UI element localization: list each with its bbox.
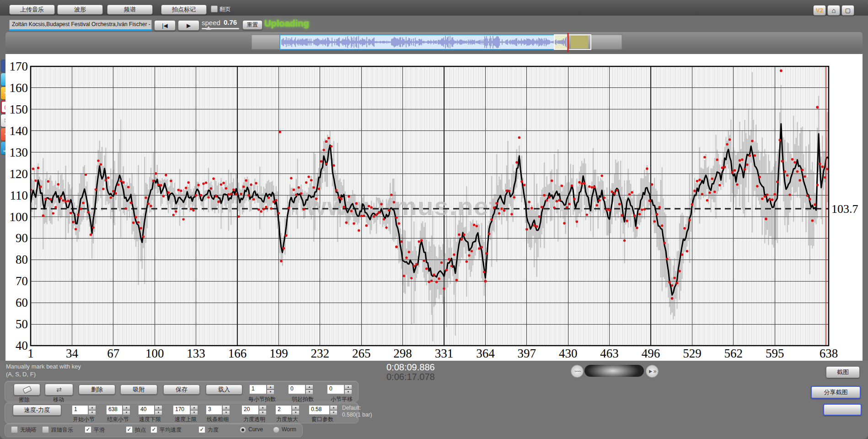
mark-beat-hint-line1: Manually mark beat with key <box>6 363 81 370</box>
bar-shift-input[interactable]: 0 <box>327 385 344 394</box>
svg-text:133: 133 <box>187 347 205 360</box>
waveform-button[interactable]: 波形 <box>57 5 103 15</box>
dynamics-label: 力度 <box>208 426 219 434</box>
curve-radio[interactable] <box>240 427 246 433</box>
svg-text:562: 562 <box>724 347 743 360</box>
follow-music-checkbox[interactable] <box>42 426 49 433</box>
tempo-dynamics-button[interactable]: 速度-力度 <box>13 405 61 416</box>
speed-value: 0.76 <box>224 18 237 26</box>
worm-radio[interactable] <box>273 427 279 433</box>
beats-per-bar-input[interactable]: 1 <box>249 385 267 394</box>
share-screenshot-button[interactable]: 分享截图 <box>811 386 861 399</box>
beat-dots-checkbox[interactable]: ✓ <box>126 426 133 433</box>
svg-text:170: 170 <box>10 60 28 73</box>
erase-button[interactable] <box>14 384 40 396</box>
svg-text:364: 364 <box>476 347 495 360</box>
svg-text:232: 232 <box>311 347 330 360</box>
svg-text:160: 160 <box>10 81 28 95</box>
end-bar-stepper[interactable]: ▲▼ <box>123 405 130 414</box>
snap-button[interactable]: 吸附 <box>120 385 157 395</box>
waveform-overview[interactable] <box>252 33 628 52</box>
fullscreen-icon[interactable]: ▢ <box>841 5 854 16</box>
avg-tempo-label: 平均速度 <box>160 426 182 434</box>
move-button[interactable]: ⇄ <box>45 384 73 396</box>
reset-button[interactable]: 重置 <box>242 20 263 30</box>
svg-text:34: 34 <box>66 347 79 360</box>
screenshot-button[interactable]: 截图 <box>826 366 860 378</box>
mark-beat-hint-line2: (A, S, D, F) <box>6 370 36 378</box>
eraser-icon <box>22 385 32 393</box>
dyn-alpha-input[interactable]: 20 <box>241 405 259 415</box>
line-width-label: 线条粗细 <box>197 416 238 423</box>
move-icon: ⇄ <box>56 386 62 393</box>
dyn-scale-input[interactable]: 2 <box>275 405 292 415</box>
tempo-min-input[interactable]: 40 <box>138 405 155 415</box>
skip-start-button[interactable]: |◀ <box>154 20 176 31</box>
v2-button[interactable]: V2 <box>813 5 826 16</box>
svg-text:397: 397 <box>518 347 536 360</box>
uploading-status: Uploading <box>264 18 309 29</box>
svg-text:638: 638 <box>820 347 838 360</box>
end-bar-input[interactable]: 638 <box>106 405 123 415</box>
tempo-chart[interactable]: www.Vmus.net4050607080901001101201301401… <box>5 54 863 361</box>
default-note-line2: 0.580(1 bar) <box>342 412 372 418</box>
pickup-beats-label: 弱起拍数 <box>282 396 323 403</box>
dynamics-checkbox[interactable]: ✓ <box>198 426 205 433</box>
line-width-stepper[interactable]: ▲▼ <box>222 405 230 414</box>
disabled-action-button <box>823 404 862 416</box>
window-param-stepper[interactable]: ▲▼ <box>330 405 338 414</box>
bar-shift-label: 小节平移 <box>321 396 362 403</box>
beats-per-bar-stepper[interactable]: ▲▼ <box>267 385 274 394</box>
dyn-scale-stepper[interactable]: ▲▼ <box>292 405 300 414</box>
speed-slider-thumb[interactable] <box>206 26 211 30</box>
start-bar-stepper[interactable]: ▲▼ <box>88 405 96 414</box>
svg-text:67: 67 <box>107 347 119 360</box>
no-click-checkbox[interactable] <box>11 426 18 433</box>
spectrum-button[interactable]: 频谱 <box>107 5 153 15</box>
tempo-min-label: 速度下限 <box>129 416 171 423</box>
load-button[interactable]: 载入 <box>206 385 242 395</box>
play-button[interactable]: ▶ <box>178 20 199 31</box>
beat-dots-label: 拍点 <box>135 426 146 434</box>
tempo-max-stepper[interactable]: ▲▼ <box>190 405 198 414</box>
svg-text:496: 496 <box>642 347 660 360</box>
move-label: 移动 <box>38 396 79 404</box>
volume-slider[interactable] <box>584 365 644 377</box>
tempo-max-input[interactable]: 170 <box>173 405 190 415</box>
save-button[interactable]: 保存 <box>163 385 200 395</box>
time-total: 0:06:17.078 <box>386 372 435 382</box>
vmus-app-window: 上传音乐 波形 频谱 拍点标记 翻页 V2 ⌂ ▢ Zoltán Kocsis,… <box>0 0 868 439</box>
tempo-min-stepper[interactable]: ▲▼ <box>155 405 162 414</box>
dyn-alpha-stepper[interactable]: ▲▼ <box>259 405 267 414</box>
window-param-input[interactable]: 0.58 <box>309 405 330 415</box>
smooth-label: 平滑 <box>94 426 105 434</box>
smooth-checkbox[interactable]: ✓ <box>85 426 91 433</box>
page-flip-checkbox[interactable] <box>211 5 218 12</box>
svg-text:110: 110 <box>10 189 28 202</box>
curve-label: Curve <box>248 426 263 433</box>
volume-min-icon[interactable]: ~~~ <box>571 365 584 378</box>
svg-text:70: 70 <box>16 274 28 288</box>
svg-text:103.7: 103.7 <box>831 202 858 216</box>
svg-text:150: 150 <box>10 103 28 116</box>
volume-max-icon[interactable]: ►» <box>646 365 659 378</box>
delete-button[interactable]: 删除 <box>79 385 115 395</box>
pickup-beats-input[interactable]: 0 <box>288 385 305 394</box>
worm-label: Worm <box>282 426 296 433</box>
svg-text:130: 130 <box>10 146 28 159</box>
svg-text:331: 331 <box>435 347 454 360</box>
no-click-label: 无嘀嗒 <box>20 426 37 434</box>
home-icon[interactable]: ⌂ <box>827 5 840 16</box>
song-title-input[interactable]: Zoltán Kocsis,Budapest Festival Orchestr… <box>9 20 152 31</box>
svg-text:90: 90 <box>16 231 28 245</box>
line-width-input[interactable]: 3 <box>206 405 222 415</box>
beat-mark-button[interactable]: 拍点标记 <box>161 5 207 15</box>
avg-tempo-checkbox[interactable]: ✓ <box>150 426 157 433</box>
svg-text:80: 80 <box>16 253 28 266</box>
bar-shift-stepper[interactable]: ▲▼ <box>344 385 352 394</box>
upload-music-button[interactable]: 上传音乐 <box>9 5 55 15</box>
pickup-beats-stepper[interactable]: ▲▼ <box>305 385 313 394</box>
start-bar-input[interactable]: 1 <box>72 405 88 415</box>
svg-text:463: 463 <box>600 347 619 360</box>
svg-text:100: 100 <box>10 210 28 224</box>
